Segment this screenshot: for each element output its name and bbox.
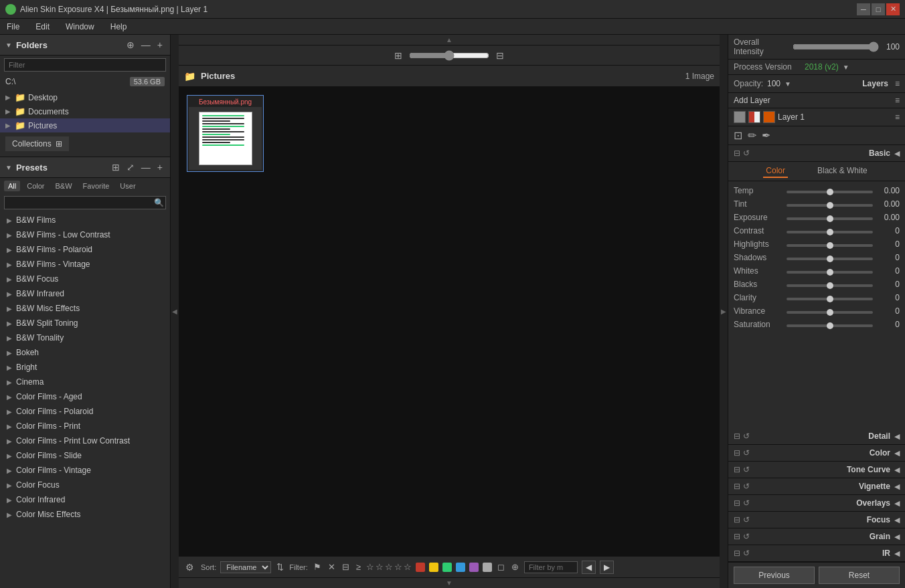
large-grid-button[interactable]: ⊟ — [493, 49, 507, 62]
star-5[interactable]: ☆ — [404, 562, 412, 572]
color-filter-blue[interactable] — [456, 563, 465, 572]
brush-button[interactable]: ✏ — [748, 129, 756, 142]
flag-icon[interactable]: ⚑ — [312, 561, 323, 573]
focus-toggle-icon[interactable]: ⊟ — [734, 515, 740, 524]
section-overlays-chevron[interactable]: ◀ — [894, 499, 900, 508]
presets-expand-button[interactable]: ⤢ — [125, 161, 137, 173]
tab-all[interactable]: All — [4, 181, 20, 191]
star-4[interactable]: ☆ — [394, 562, 402, 572]
sort-select[interactable]: Filename — [220, 561, 271, 573]
preset-item[interactable]: ▶Color Films - Vintage — [0, 463, 170, 478]
ir-reset-icon[interactable]: ↺ — [743, 549, 750, 558]
slider-10[interactable] — [787, 324, 873, 327]
color-filter-yellow[interactable] — [429, 563, 438, 572]
star-3[interactable]: ☆ — [385, 562, 393, 572]
section-tone-curve-chevron[interactable]: ◀ — [894, 466, 900, 474]
preset-item[interactable]: ▶B&W Films — [0, 213, 170, 227]
preset-item[interactable]: ▶B&W Films - Polaroid — [0, 242, 170, 257]
grid-view-button[interactable]: ⊞ — [392, 49, 405, 62]
filter-search-input[interactable] — [524, 561, 578, 573]
preset-item[interactable]: ▶Color Films - Slide — [0, 448, 170, 463]
folders-add-button[interactable]: ⊕ — [125, 39, 137, 51]
rejected-icon[interactable]: ✕ — [327, 561, 337, 573]
bottom-collapse-arrow[interactable]: ▼ — [442, 579, 457, 587]
preset-item[interactable]: ▶Cinema — [0, 375, 170, 389]
color-panel-toggle-icon[interactable]: ⊟ — [734, 448, 740, 458]
preset-item[interactable]: ▶B&W Tonality — [0, 330, 170, 345]
preset-item[interactable]: ▶Color Films - Print — [0, 419, 170, 433]
detail-toggle-icon[interactable]: ⊟ — [734, 431, 740, 441]
tone-curve-reset-icon[interactable]: ↺ — [743, 465, 750, 474]
slider-5[interactable] — [787, 258, 873, 260]
tab-user[interactable]: User — [116, 181, 139, 191]
presets-collapse-arrow[interactable]: ▼ — [5, 164, 12, 171]
ir-toggle-icon[interactable]: ⊟ — [734, 549, 740, 558]
overlays-toggle-icon[interactable]: ⊟ — [734, 498, 740, 508]
tab-color[interactable]: Color — [23, 181, 48, 191]
preset-item[interactable]: ▶B&W Films - Low Contrast — [0, 227, 170, 242]
basic-reset-icon[interactable]: ↺ — [743, 149, 750, 158]
tab-bw[interactable]: B&W — [52, 181, 76, 191]
tab-favorite[interactable]: Favorite — [79, 181, 114, 191]
section-grain-chevron[interactable]: ◀ — [894, 532, 900, 541]
section-focus-chevron[interactable]: ◀ — [894, 516, 900, 524]
slider-4[interactable] — [787, 244, 873, 247]
preset-item[interactable]: ▶Color Films - Aged — [0, 389, 170, 404]
section-ir-chevron[interactable]: ◀ — [894, 549, 900, 558]
basic-toggle-icon[interactable]: ⊟ — [734, 149, 740, 158]
minimize-button[interactable]: ─ — [857, 3, 870, 15]
layers-menu-button[interactable]: ≡ — [895, 79, 900, 88]
star-1[interactable]: ☆ — [366, 562, 374, 572]
preset-item[interactable]: ▶Color Misc Effects — [0, 507, 170, 522]
tone-curve-toggle-icon[interactable]: ⊟ — [734, 465, 740, 474]
preset-item[interactable]: ▶B&W Split Toning — [0, 316, 170, 330]
preset-item[interactable]: ▶Bokeh — [0, 345, 170, 360]
folder-item-pictures[interactable]: ▶ 📁 Pictures — [0, 118, 170, 132]
slider-7[interactable] — [787, 284, 873, 287]
shapes-icon[interactable]: ◻ — [496, 561, 506, 573]
star-2[interactable]: ☆ — [376, 562, 384, 572]
grain-toggle-icon[interactable]: ⊟ — [734, 532, 740, 541]
tab-color-active[interactable]: Color — [763, 165, 788, 178]
overlays-reset-icon[interactable]: ↺ — [743, 498, 750, 508]
preset-item[interactable]: ▶Color Focus — [0, 478, 170, 492]
slider-6[interactable] — [787, 271, 873, 274]
overall-intensity-slider[interactable] — [793, 41, 879, 52]
color-panel-reset-icon[interactable]: ↺ — [743, 448, 750, 458]
folder-item-documents[interactable]: ▶ 📁 Documents — [0, 104, 170, 118]
folders-filter-input[interactable] — [4, 58, 166, 72]
section-detail-chevron[interactable]: ◀ — [894, 432, 900, 441]
preset-item[interactable]: ▶Color Infrared — [0, 492, 170, 507]
right-panel-collapse[interactable]: ▶ — [720, 35, 728, 588]
presets-minimize-button[interactable]: — — [139, 161, 153, 173]
slider-2[interactable] — [787, 217, 873, 220]
presets-grid-button[interactable]: ⊞ — [110, 161, 122, 173]
section-basic-chevron[interactable]: ◀ — [894, 149, 900, 158]
process-version-value[interactable]: 2018 (v2) — [805, 62, 839, 72]
preset-item[interactable]: ▶B&W Infrared — [0, 286, 170, 301]
focus-reset-icon[interactable]: ↺ — [743, 515, 750, 524]
top-collapse-arrow[interactable]: ▲ — [442, 36, 457, 43]
preset-item[interactable]: ▶B&W Misc Effects — [0, 301, 170, 316]
layer-options-button[interactable]: ≡ — [895, 112, 900, 122]
color-filter-red[interactable] — [416, 563, 425, 572]
unflagged-icon[interactable]: ⊟ — [341, 561, 351, 573]
color-filter-green[interactable] — [442, 563, 452, 572]
slider-0[interactable] — [787, 191, 873, 193]
section-color-chevron[interactable]: ◀ — [894, 449, 900, 458]
vignette-toggle-icon[interactable]: ⊟ — [734, 482, 740, 491]
sort-direction-icon[interactable]: ⇅ — [275, 561, 285, 573]
next-page-button[interactable]: ▶ — [600, 561, 614, 574]
opacity-dropdown-arrow[interactable]: ▼ — [785, 80, 791, 88]
preset-search-input[interactable] — [4, 196, 166, 209]
menu-help[interactable]: Help — [106, 21, 131, 33]
folders-collapse-arrow[interactable]: ▼ — [5, 41, 12, 49]
preset-item[interactable]: ▶B&W Focus — [0, 272, 170, 286]
maximize-button[interactable]: □ — [872, 3, 885, 15]
slider-9[interactable] — [787, 311, 873, 314]
slider-3[interactable] — [787, 231, 873, 233]
previous-button[interactable]: Previous — [734, 567, 815, 584]
menu-edit[interactable]: Edit — [31, 21, 54, 33]
preset-item[interactable]: ▶Color Films - Polaroid — [0, 404, 170, 419]
layer-row[interactable]: Layer 1 ≡ — [728, 108, 905, 126]
